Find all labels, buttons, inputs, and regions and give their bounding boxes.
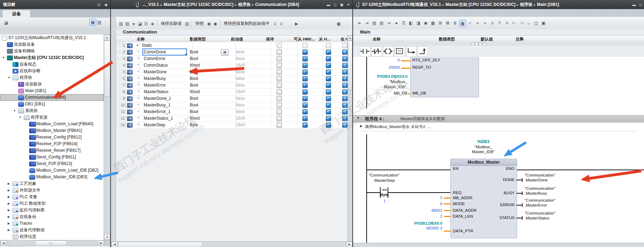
var-name[interactable]: MasterStatus_1 <box>143 115 186 121</box>
hmi-accessible-checkbox[interactable] <box>302 109 308 114</box>
add-row-icon[interactable]: ▤ <box>379 20 385 26</box>
col-startvalue[interactable]: 起始值 <box>231 37 243 42</box>
breadcrumb-item[interactable]: Master主站 [CPU 1215C DC/DC/DC] <box>164 2 233 7</box>
scroll-down-button[interactable]: ▼ <box>104 234 110 240</box>
retain-checkbox[interactable] <box>277 43 282 48</box>
tree-item[interactable]: DB1 [DB1] <box>0 101 104 107</box>
compare-icon[interactable]: ≡ <box>504 20 510 26</box>
expander-icon[interactable]: ▼ <box>2 56 6 59</box>
jump-icon[interactable]: ↔ <box>526 20 532 26</box>
breadcrumb-item[interactable]: Master主站 [CPU 1215C DC/DC/DC] <box>445 2 515 7</box>
hmi-writable-checkbox[interactable] <box>326 76 331 81</box>
var-name[interactable]: MasterDone_1 <box>143 96 186 101</box>
pointer-operand[interactable]: P#DB3.DBX24.0 <box>353 74 407 79</box>
var-name[interactable]: Static <box>141 43 184 48</box>
retain-checkbox[interactable] <box>277 76 282 81</box>
go-forward-icon[interactable]: ↠ <box>364 20 370 26</box>
float-icon[interactable]: ◻ <box>638 2 643 7</box>
db-vscroll-thumb[interactable] <box>348 40 352 90</box>
collapse-network-icon[interactable]: ▼ <box>357 116 360 120</box>
expander-icon[interactable]: ▼ <box>8 76 12 79</box>
tree-item[interactable]: Communication [DB4] <box>0 94 104 101</box>
splitter-grip[interactable]: ≡ <box>105 64 106 68</box>
modbus-master-block[interactable]: Modbus_Master EN REQ MB_ADDR MODE DATA_A… <box>450 159 517 238</box>
pointer-operand[interactable]: "Modbus_ <box>353 80 407 84</box>
tree-item[interactable]: ▼程序块 <box>0 74 104 81</box>
col-default[interactable]: 默认值 <box>481 37 493 42</box>
breadcrumb-item[interactable]: Main [OB1] <box>537 2 559 7</box>
load-snapshot-icon[interactable]: ◉ <box>212 21 218 27</box>
snapshot-camera-icon[interactable]: ◉ <box>206 21 212 27</box>
pointer-operand[interactable]: Master_IDB". <box>353 85 407 89</box>
retain-battery-icon[interactable]: ▥ <box>184 21 190 27</box>
upload-icon[interactable]: ⇑ <box>496 20 503 26</box>
close-branch-icon[interactable] <box>418 46 428 57</box>
hmi-writable-checkbox[interactable] <box>326 116 331 121</box>
hmi-writable-checkbox[interactable] <box>326 103 331 108</box>
open-branch-icon[interactable]: ⊞ <box>437 20 443 26</box>
start-value[interactable]: false <box>233 102 271 108</box>
empty-box-icon[interactable]: ?? <box>395 46 405 57</box>
hmi-writable-checkbox[interactable] <box>326 89 331 95</box>
start-value[interactable]: false <box>233 82 271 88</box>
tree-item[interactable]: 程序信息 <box>0 233 104 240</box>
retain-checkbox[interactable] <box>277 122 282 128</box>
expander-icon[interactable]: ▶ <box>8 182 12 185</box>
tree-item[interactable]: 在线和诊断 <box>0 68 104 74</box>
expander-icon[interactable]: ▶ <box>8 209 12 212</box>
download-icon[interactable]: ⇓ <box>489 20 495 26</box>
var-name[interactable]: MasterBusy_1 <box>143 102 186 108</box>
absolute-operands-icon[interactable]: ≣ <box>452 20 458 26</box>
constant-value[interactable]: 2 <box>414 195 442 200</box>
network-view-icon[interactable]: ◨ <box>415 20 421 26</box>
start-value[interactable]: false <box>233 109 271 114</box>
tree-item[interactable]: ▶设备代理数据 <box>0 227 104 233</box>
tree-item[interactable]: ▶PLC 变量 <box>0 194 104 200</box>
snapshot-button[interactable]: 快照 <box>195 21 204 27</box>
retain-checkbox[interactable] <box>277 89 282 95</box>
hmi-accessible-checkbox[interactable] <box>302 56 308 61</box>
table-row[interactable]: 6◂▪MasterBusyBoolfalse <box>116 75 347 82</box>
tree-item[interactable]: Receive_Config [FB612] <box>0 134 104 141</box>
monitor-all-icon[interactable]: ◈ <box>149 21 156 27</box>
output-operand[interactable]: .MasterError <box>525 203 547 208</box>
reset-start-values-icon[interactable]: ● <box>130 21 137 27</box>
tree-item[interactable]: ▶监控与强制表 <box>0 207 104 214</box>
type-dropdown-button[interactable]: ▦ <box>221 49 229 55</box>
open-branch-icon[interactable] <box>406 46 417 57</box>
start-value[interactable]: 16#0 <box>233 62 271 68</box>
retain-checkbox[interactable] <box>277 83 282 88</box>
retain-checkbox[interactable] <box>277 103 282 108</box>
tree-item[interactable]: Modbus_Comm_Load_IDB [DB2] <box>0 167 104 174</box>
retain-checkbox[interactable] <box>277 116 282 121</box>
keep-actual-values-button[interactable]: 保持实际值 <box>161 21 182 27</box>
compare-type[interactable]: Byte <box>376 193 392 197</box>
constant-value[interactable]: 0 <box>414 202 442 206</box>
expander-icon[interactable]: ▶ <box>8 202 12 205</box>
table-row[interactable]: 13◂▪MasterStepByte16#0 <box>116 122 347 129</box>
table-row[interactable]: 9◂▪MasterDone_1Boolfalse <box>116 95 347 102</box>
hmi-accessible-checkbox[interactable] <box>302 103 308 108</box>
constant-value[interactable]: 0 <box>379 58 400 62</box>
hmi-writable-checkbox[interactable] <box>326 96 331 101</box>
hmi-accessible-checkbox[interactable] <box>302 50 308 55</box>
var-name[interactable]: MasterBusy <box>143 76 186 81</box>
table-row[interactable]: 2◂▪CommDoneBool▦false <box>116 49 347 56</box>
start-value[interactable]: 16#0 <box>233 115 271 121</box>
tree-item[interactable]: 设备和网络 <box>0 48 104 54</box>
expander-icon[interactable]: ▶ <box>8 229 12 232</box>
compare-value[interactable]: 1 <box>376 199 392 203</box>
go-back-icon[interactable]: ↞ <box>357 20 363 26</box>
start-value[interactable]: false <box>233 49 271 55</box>
network4-header[interactable]: ▼ 程序段 4 : Master功能块读从站数据 <box>353 115 644 122</box>
col-datatype[interactable]: 数据类型 <box>439 37 455 42</box>
expand-networks-icon[interactable]: ☰ <box>400 20 407 26</box>
start-value[interactable]: false <box>233 76 271 81</box>
update-interface-icon[interactable]: ◪ <box>137 21 143 27</box>
pointer-operand[interactable]: P#DB1.DBX0.0 <box>404 221 442 226</box>
col-comment[interactable]: 注释 <box>516 37 524 42</box>
instance-db-name[interactable]: "Modbus_ <box>450 145 516 149</box>
pointer-operand[interactable]: MB_DB <box>353 91 407 96</box>
tree-item[interactable]: 添加新块 <box>0 81 104 88</box>
coil-icon[interactable] <box>383 46 394 57</box>
